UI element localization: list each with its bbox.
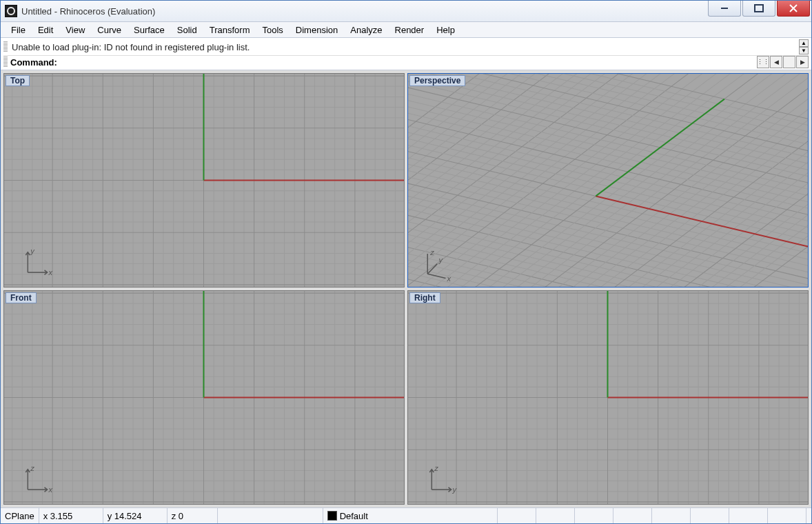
status-z: z 0	[168, 508, 218, 523]
status-units	[218, 508, 323, 523]
menu-transform[interactable]: Transform	[203, 22, 256, 37]
menu-render[interactable]: Render	[389, 22, 431, 37]
viewport-front-canvas: zx	[4, 291, 404, 504]
layer-color-swatch	[327, 511, 337, 521]
command-input[interactable]	[60, 57, 756, 68]
axis-y	[596, 99, 724, 196]
menu-analyze[interactable]: Analyze	[344, 22, 388, 37]
status-pane-6[interactable]	[691, 508, 729, 523]
viewport-label-perspective[interactable]: Perspective	[409, 75, 465, 86]
perspective-grid	[408, 74, 808, 287]
command-options-button[interactable]: ⋮⋮	[757, 56, 769, 68]
menu-tools[interactable]: Tools	[256, 22, 289, 37]
app-window: Untitled - Rhinoceros (Evaluation) File …	[0, 0, 812, 524]
viewport-label-front[interactable]: Front	[6, 292, 37, 303]
menu-solid[interactable]: Solid	[171, 22, 203, 37]
toolbar-grip-icon[interactable]	[3, 57, 8, 68]
status-layer[interactable]: Default	[323, 508, 498, 523]
viewport-right[interactable]: Right zy	[407, 290, 809, 505]
status-pane-8[interactable]	[768, 508, 806, 523]
close-button[interactable]	[777, 1, 810, 17]
status-pane-9[interactable]	[806, 508, 811, 523]
viewport-top-canvas: yx	[4, 74, 404, 287]
svg-line-124	[408, 74, 808, 223]
command-history-line: Unable to load plug-in: ID not found in …	[10, 41, 799, 53]
svg-line-97	[408, 74, 747, 287]
status-pane-3[interactable]	[575, 508, 613, 523]
viewport-label-right[interactable]: Right	[409, 292, 440, 303]
svg-text:x: x	[48, 485, 53, 494]
svg-line-126	[408, 74, 808, 219]
status-pane-5[interactable]	[652, 508, 691, 523]
window-controls	[708, 1, 811, 21]
command-area: Unable to load plug-in: ID not found in …	[1, 38, 811, 70]
svg-line-70	[408, 203, 804, 287]
axis-widget-icon: yx	[26, 247, 52, 277]
menu-help[interactable]: Help	[430, 22, 461, 37]
axis-x	[596, 196, 808, 246]
status-pane-2[interactable]	[536, 508, 575, 523]
svg-text:z: z	[434, 464, 438, 472]
svg-line-132	[408, 74, 808, 203]
menu-dimension[interactable]: Dimension	[290, 22, 344, 37]
viewport-perspective-canvas: z x y	[408, 74, 808, 287]
command-line: Command: ⋮⋮ ◀ ▶	[3, 55, 809, 68]
svg-line-77	[408, 74, 640, 287]
viewport-label-top[interactable]: Top	[6, 75, 30, 86]
layer-name: Default	[340, 511, 368, 521]
status-cplane[interactable]: CPlane	[1, 508, 39, 523]
viewport-front[interactable]: Front zx	[3, 290, 405, 505]
svg-line-142	[408, 74, 808, 179]
history-scroll: ▲ ▼	[799, 39, 809, 54]
command-prompt: Command:	[10, 57, 57, 68]
command-sep-button[interactable]	[783, 56, 795, 68]
statusbar: CPlane x 3.155 y 14.524 z 0 Default	[1, 507, 811, 523]
menu-view[interactable]: View	[59, 22, 91, 37]
axis-widget-icon: zx	[26, 464, 52, 494]
history-scroll-up[interactable]: ▲	[799, 39, 809, 47]
titlebar: Untitled - Rhinoceros (Evaluation)	[1, 1, 811, 22]
status-pane-4[interactable]	[613, 508, 652, 523]
svg-text:x: x	[48, 268, 53, 276]
history-scroll-down[interactable]: ▼	[799, 47, 809, 54]
svg-line-119	[477, 74, 808, 287]
viewport-top[interactable]: Top yx	[3, 73, 405, 288]
command-prev-button[interactable]: ◀	[770, 56, 782, 68]
viewport-right-canvas: zy	[408, 291, 808, 504]
svg-line-90	[408, 154, 808, 287]
command-history: Unable to load plug-in: ID not found in …	[3, 39, 809, 54]
menubar: File Edit View Curve Surface Solid Trans…	[1, 22, 811, 38]
svg-line-82	[408, 174, 808, 287]
viewport-perspective[interactable]: Perspective z x y	[407, 73, 809, 288]
viewports-grid: Top yx Perspective	[1, 70, 811, 507]
rhino-app-icon	[5, 5, 17, 17]
svg-text:y: y	[30, 247, 35, 255]
command-nav: ⋮⋮ ◀ ▶	[756, 56, 809, 68]
menu-curve[interactable]: Curve	[91, 22, 128, 37]
svg-line-130	[408, 74, 808, 208]
minimize-button[interactable]	[708, 1, 741, 17]
svg-line-121	[487, 74, 808, 287]
svg-text:x: x	[447, 274, 451, 282]
toolbar-grip-icon[interactable]	[3, 41, 8, 52]
maximize-button[interactable]	[742, 1, 775, 17]
svg-text:z: z	[30, 464, 34, 472]
status-pane-7[interactable]	[729, 508, 768, 523]
axis-widget-icon: zy	[429, 464, 457, 494]
command-next-button[interactable]: ▶	[796, 56, 809, 68]
status-y: y 14.524	[103, 508, 168, 523]
window-title: Untitled - Rhinoceros (Evaluation)	[21, 6, 155, 17]
status-pane-1[interactable]	[498, 508, 536, 523]
status-x: x 3.155	[39, 508, 103, 523]
menu-surface[interactable]: Surface	[128, 22, 171, 37]
svg-text:z: z	[429, 248, 434, 256]
svg-line-93	[408, 74, 725, 287]
menu-edit[interactable]: Edit	[32, 22, 59, 37]
menu-file[interactable]: File	[5, 22, 32, 37]
